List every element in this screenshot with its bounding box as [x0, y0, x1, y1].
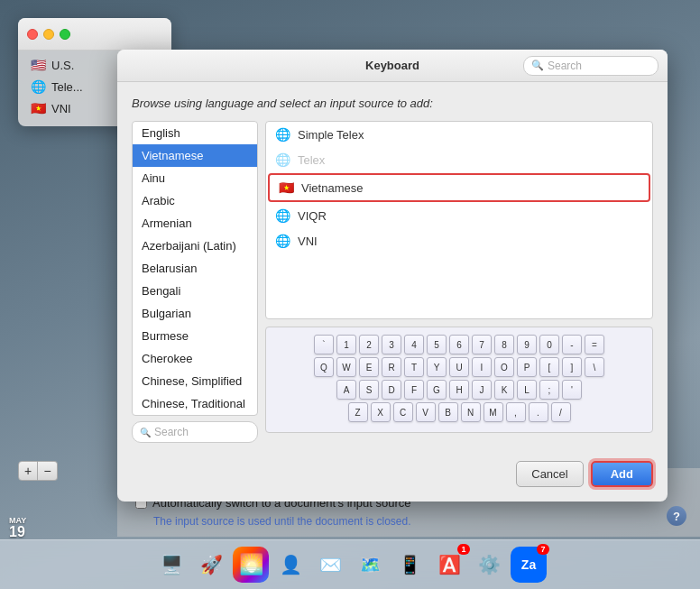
dialog-titlebar: Keyboard 🔍 Search [117, 50, 668, 82]
key-v: V [416, 402, 436, 422]
lang-item-bulgarian[interactable]: Bulgarian [133, 302, 257, 325]
dock: 🖥️ 🚀 🌅 👤 ✉️ 🗺️ 📱 🅰️ 1 ⚙️ Za 7 [0, 539, 700, 589]
dock-contacts[interactable]: 👤 [272, 547, 309, 583]
panel-titlebar [18, 18, 171, 51]
key-l: L [517, 380, 537, 400]
key-m: M [484, 402, 503, 422]
add-source-button[interactable]: + [18, 461, 38, 481]
help-button[interactable]: ? [667, 506, 686, 526]
key-quote: ' [562, 380, 582, 400]
cancel-button[interactable]: Cancel [516, 461, 583, 487]
language-list[interactable]: English Vietnamese Ainu Arabic Armenian … [132, 121, 258, 416]
lang-item-vietnamese[interactable]: Vietnamese [133, 144, 257, 167]
dock-maps[interactable]: 🗺️ [352, 547, 388, 583]
lang-item-chinese-simplified[interactable]: Chinese, Simplified [133, 370, 257, 392]
key-g: G [427, 380, 447, 400]
language-search[interactable]: 🔍 Search [132, 421, 258, 443]
vni-input-icon: 🌐 [275, 234, 290, 248]
dock-zalo[interactable]: Za 7 [511, 547, 547, 583]
dock-settings[interactable]: ⚙️ [471, 547, 507, 583]
key-5: 5 [427, 335, 447, 354]
input-source-list[interactable]: 🌐 Simple Telex 🌐 Telex 🇻🇳 Vietnamese [265, 121, 653, 319]
input-source-telex[interactable]: 🌐 Telex [266, 147, 652, 172]
dock-finder[interactable]: 🖥️ [153, 547, 189, 583]
key-u: U [449, 357, 469, 377]
dock-app1[interactable]: 📱 [391, 547, 428, 583]
info-text: The input source is used until the docum… [153, 515, 682, 528]
vni-label: VNI [298, 235, 318, 248]
add-remove-buttons: + − [18, 461, 58, 481]
key-x: X [371, 402, 391, 422]
key-c: C [393, 402, 413, 422]
title-search-bar[interactable]: 🔍 Search [523, 56, 659, 76]
dock-appstore[interactable]: 🅰️ 1 [431, 547, 467, 583]
key-d: D [382, 380, 401, 400]
input-source-container: 🌐 Simple Telex 🌐 Telex 🇻🇳 Vietnamese [265, 121, 653, 443]
key-equals: = [585, 335, 604, 354]
telex-icon: 🌐 [275, 152, 290, 167]
dock-date: MAY 19 [9, 516, 26, 539]
lang-item-ainu[interactable]: Ainu [133, 167, 257, 189]
add-button[interactable]: Add [591, 461, 653, 487]
key-k: K [494, 380, 514, 400]
lang-item-burmese[interactable]: Burmese [133, 325, 257, 347]
key-period: . [529, 402, 548, 422]
keyboard-row-2: Q W E R T Y U I O P [ ] \ [273, 357, 645, 377]
key-i: I [472, 357, 492, 377]
telex-flag-icon: 🌐 [31, 79, 46, 94]
key-f: F [404, 380, 424, 400]
keyboard-visual: ` 1 2 3 4 5 6 7 8 9 0 - = [265, 327, 653, 433]
key-q: Q [314, 357, 334, 377]
lang-item-cherokee[interactable]: Cherokee [133, 347, 257, 370]
lang-item-bengali[interactable]: Bengali [133, 280, 257, 302]
dock-mail[interactable]: ✉️ [312, 547, 348, 583]
dock-photos[interactable]: 🌅 [233, 547, 269, 583]
key-p: P [517, 357, 537, 377]
lang-item-chinese-traditional[interactable]: Chinese, Traditional [133, 392, 257, 415]
sidebar-item-telex-label: Tele... [51, 80, 83, 94]
input-source-simple-telex[interactable]: 🌐 Simple Telex [266, 122, 652, 147]
viqr-icon: 🌐 [275, 208, 290, 223]
remove-source-button[interactable]: − [38, 461, 58, 481]
telex-label: Telex [298, 153, 325, 167]
key-lbracket: [ [539, 357, 559, 377]
content-area: English Vietnamese Ainu Arabic Armenian … [132, 121, 653, 443]
input-source-vni[interactable]: 🌐 VNI [266, 228, 652, 253]
keyboard-row-4: Z X C V B N M , . / [273, 402, 645, 422]
key-r: R [382, 357, 401, 377]
search-placeholder: Search [548, 60, 582, 72]
input-source-vietnamese[interactable]: 🇻🇳 Vietnamese [268, 173, 650, 202]
lang-item-belarusian[interactable]: Belarusian [133, 257, 257, 280]
key-0: 0 [539, 335, 559, 354]
vni-flag-icon: 🇻🇳 [31, 101, 46, 115]
zalo-badge: 7 [537, 544, 549, 555]
minimize-button[interactable] [43, 29, 54, 40]
key-t: T [404, 357, 424, 377]
lang-item-armenian[interactable]: Armenian [133, 212, 257, 235]
dock-launchpad[interactable]: 🚀 [193, 547, 229, 583]
input-source-viqr[interactable]: 🌐 VIQR [266, 203, 652, 228]
sidebar-item-vni-label: VNI [51, 102, 71, 115]
key-semicolon: ; [539, 380, 559, 400]
fullscreen-button[interactable] [60, 29, 70, 40]
vn-flag-input-icon: 🇻🇳 [279, 180, 294, 195]
key-a: A [336, 380, 356, 400]
simple-telex-label: Simple Telex [298, 128, 364, 142]
dock-day: 19 [9, 525, 26, 539]
key-3: 3 [382, 335, 401, 354]
key-backtick: ` [314, 335, 334, 354]
search-icon: 🔍 [531, 60, 544, 71]
us-flag-icon: 🇺🇸 [31, 58, 46, 72]
lang-item-arabic[interactable]: Arabic [133, 189, 257, 212]
vietnamese-label: Vietnamese [301, 181, 363, 195]
key-comma: , [506, 402, 526, 422]
key-y: Y [427, 357, 447, 377]
simple-telex-icon: 🌐 [275, 127, 290, 142]
lang-item-azerbaijani[interactable]: Azerbaijani (Latin) [133, 235, 257, 257]
key-w: W [336, 357, 356, 377]
keyboard-row-3: A S D F G H J K L ; ' [273, 380, 645, 400]
close-button[interactable] [27, 29, 38, 40]
keyboard-dialog: Keyboard 🔍 Search Browse using language … [117, 50, 668, 502]
lang-item-english[interactable]: English [133, 122, 257, 144]
instruction-text: Browse using language and select an inpu… [132, 97, 653, 110]
